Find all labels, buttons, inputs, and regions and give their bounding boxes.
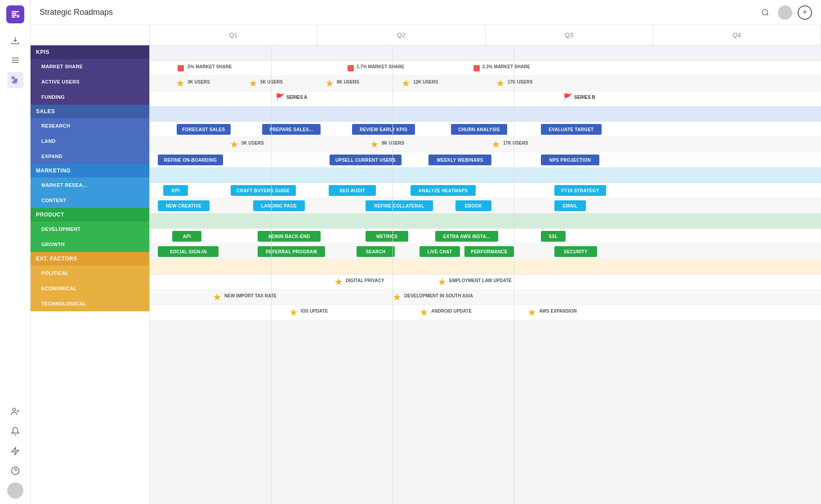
search-icon[interactable] [758,5,772,20]
section-ext-header: EXT. FACTORS [31,252,149,265]
item-refine-collateral[interactable]: REFINE COLLATERAL [366,200,433,211]
quarter-q4: Q4 [653,25,821,45]
label-land-5k: 5K USERS [241,141,264,146]
star-land-17k: ★ [491,139,500,150]
row-market-research-label: MARKET RESEA... [31,177,149,193]
svg-rect-5 [14,79,17,80]
zap-icon[interactable] [7,443,23,459]
item-analyze-heatmaps[interactable]: ANALYZE HEATMAPS [410,185,476,196]
row-market-share-label: MARKET SHARE [31,59,149,74]
section-kpis-header: KPIS [31,45,149,59]
item-market-share-3[interactable] [473,65,480,71]
item-seo-audit[interactable]: SEO AUDIT [329,185,376,196]
economical-row: ★ NEW IMPORT TAX RATE ★ DEVELOPMENT IN S… [150,290,821,305]
flag-series-a: 🚩 SERIES A [276,93,307,102]
row-research-label: RESEARCH [31,118,149,133]
label-series-b: SERIES B [574,95,595,100]
content-row: NEW CREATIVE LANDING PAGE REFINE COLLATE… [150,198,821,213]
quarter-q2: Q2 [317,25,485,45]
label-land-17k: 17K USERS [503,141,528,146]
quarter-header: Q1 Q2 Q3 Q4 [31,25,821,45]
roadmap-content: KPIS MARKET SHARE ACTIVE USERS FUNDING S… [31,45,821,504]
item-ssl[interactable]: SSL [541,231,566,242]
label-market-share-2: 1.7% MARKET SHARE [357,64,404,69]
sales-section-row [150,106,821,122]
item-landing-page[interactable]: LANDING PAGE [253,200,305,211]
item-ebook[interactable]: EBOOK [455,200,491,211]
star-ios-update: ★ [289,307,298,318]
active-users-row: ★ 3K USERS ★ 5K USERS ★ 8K USERS ★ 12K U… [150,76,821,91]
expand-row: REFINE ON-BOARDING UPSELL CURRENT USERS … [150,152,821,168]
item-market-share-2[interactable] [348,65,354,71]
market-research-row: KPI CRAFT BUYERS GUIDE SEO AUDIT ANALYZE… [150,183,821,198]
research-row: FORECAST SALES PREPARE SALES... REVIEW E… [150,122,821,137]
section-marketing-header: MARKETING [31,164,149,177]
item-new-creative[interactable]: NEW CREATIVE [158,200,210,211]
item-email[interactable]: EMAIL [554,200,586,211]
star-new-import: ★ [213,292,222,303]
star-land-8k: ★ [370,139,379,150]
timeline-grid: .5% MARKET SHARE 1.7% MARKET SHARE 2.3% … [150,45,821,504]
marketing-section-row [150,168,821,183]
star-17k: ★ [496,78,505,89]
svg-point-7 [13,408,16,411]
star-employment-law: ★ [437,276,446,288]
item-nps-projection[interactable]: NPS PROJECTION [541,155,599,165]
market-share-row: .5% MARKET SHARE 1.7% MARKET SHARE 2.3% … [150,61,821,76]
star-android-update: ★ [419,307,428,318]
item-forecast-sales[interactable]: FORECAST SALES [177,124,231,135]
item-kpi[interactable]: KPI [163,185,188,196]
user-add-icon[interactable] [7,403,23,420]
download-icon[interactable] [7,32,23,49]
help-icon[interactable] [7,463,23,479]
item-admin-backend[interactable]: ADMIN BACK-END [258,231,321,242]
quarter-q1: Q1 [150,25,317,45]
label-new-import: NEW IMPORT TAX RATE [224,293,277,298]
page-title: Strategic Roadmaps [40,8,753,17]
svg-marker-10 [12,447,18,455]
item-referral-program[interactable]: REFERRAL PROGRAM [258,246,325,257]
item-fy19-strategy[interactable]: FY19 STRATEGY [554,185,606,196]
item-weekly-webinars[interactable]: WEEKLY WEBINARS [428,155,491,165]
row-technological-label: TECHNOLOGICAL [31,296,149,311]
row-economical-label: ECONOMICAL [31,281,149,296]
star-dev-south-asia: ★ [393,292,402,303]
star-land-5k: ★ [230,139,239,150]
item-refine-onboarding[interactable]: REFINE ON-BOARDING [158,155,223,165]
bell-icon[interactable] [7,423,23,439]
section-product-header: PRODUCT [31,208,149,221]
item-extra-aws[interactable]: EXTRA AWS INSTA... [435,231,498,242]
item-upsell-current-users[interactable]: UPSELL CURRENT USERS [330,155,402,165]
svg-line-14 [767,14,768,15]
item-churn-analysis[interactable]: CHURN ANALYSIS [451,124,507,135]
star-12k: ★ [402,78,410,89]
item-social-signin[interactable]: SOCIAL SIGN-IN [158,246,219,257]
item-prepare-sales[interactable]: PREPARE SALES... [262,124,321,135]
funding-row: 🚩 SERIES A 🚩 SERIES B [150,91,821,106]
add-button[interactable]: + [798,5,812,20]
item-performance[interactable]: PERFORMANCE [464,246,514,257]
item-search[interactable]: SEARCH [357,246,395,257]
item-craft-buyers-guide[interactable]: CRAFT BUYERS GUIDE [231,185,296,196]
item-live-chat[interactable]: LIVE CHAT [419,246,460,257]
header-avatar[interactable] [778,5,792,20]
item-metrics[interactable]: METRICS [366,231,408,242]
list-icon[interactable] [7,52,23,68]
row-expand-label: EXPAND [31,149,149,164]
growth-row: SOCIAL SIGN-IN REFERRAL PROGRAM SEARCH L… [150,244,821,259]
roadmap-icon[interactable] [7,72,23,88]
section-sales-header: SALES [31,105,149,118]
item-evaluate-target[interactable]: EVALUATE TARGET [541,124,602,135]
user-avatar[interactable] [7,482,23,499]
item-api[interactable]: API [172,231,201,242]
app-logo[interactable] [6,5,24,23]
item-security[interactable]: SECURITY [554,246,597,257]
label-5k: 5K USERS [260,80,283,84]
label-ios-update: IOS UPDATE [301,309,328,314]
row-growth-label: GROWTH [31,237,149,252]
label-8k: 8K USERS [337,80,359,84]
label-land-8k: 8K USERS [382,141,404,146]
item-review-early-kpis[interactable]: REVIEW EARLY KPIS [352,124,415,135]
row-active-users-label: ACTIVE USERS [31,74,149,89]
item-market-share-1[interactable] [178,65,184,71]
